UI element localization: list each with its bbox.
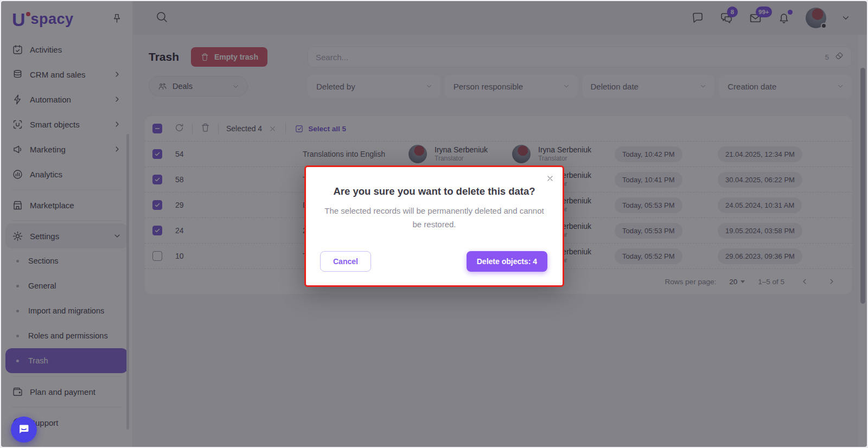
support-chat-launcher[interactable] xyxy=(11,417,37,443)
delete-confirmation-modal: Are you sure you want to delete this dat… xyxy=(304,165,564,287)
delete-objects-button[interactable]: Delete objects: 4 xyxy=(467,251,547,272)
modal-title: Are you sure you want to delete this dat… xyxy=(306,185,563,197)
chat-bubble-icon xyxy=(17,423,31,437)
modal-body: The selected records will be permanently… xyxy=(324,204,545,232)
app-window: U spacy Activities CRM and sales Automat… xyxy=(0,0,868,448)
close-icon[interactable] xyxy=(546,174,554,185)
cancel-button[interactable]: Cancel xyxy=(320,251,371,272)
